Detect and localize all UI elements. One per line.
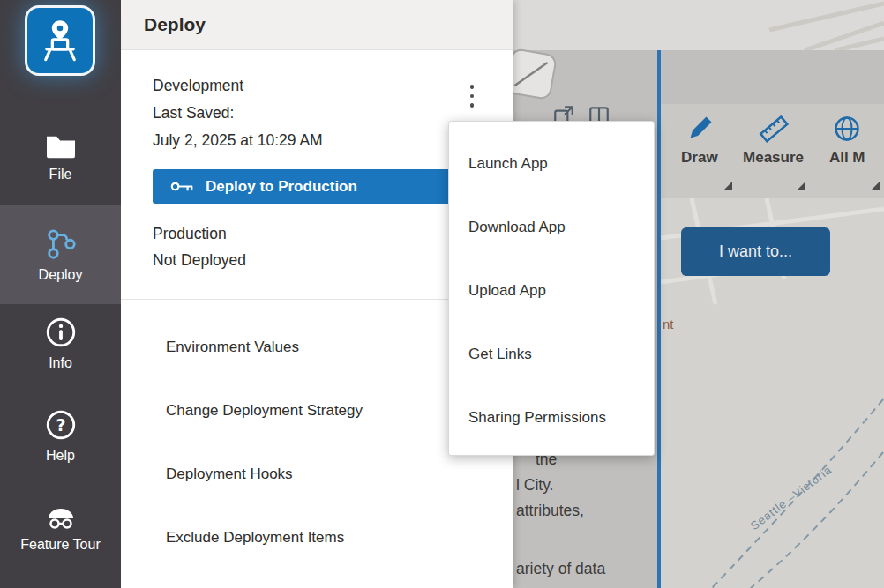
tool-dropdown-corner [872,182,880,190]
ruler-icon [758,113,790,145]
menu-item-sharing-permissions[interactable]: Sharing Permissions [449,386,654,450]
sidebar-item-help[interactable]: ? Help [0,408,121,464]
slash-icon [513,49,556,99]
production-name: Production [153,220,246,247]
folder-icon [44,132,78,160]
change-deployment-strategy-link[interactable]: Change Deployment Strategy [166,402,363,420]
development-options-menu: Launch App Download App Upload App Get L… [448,121,655,456]
app-sidebar: File Deploy Info ? Help [0,0,121,588]
tool-label: All M [829,149,865,167]
svg-text:?: ? [56,415,65,435]
tool-draw[interactable]: Draw [663,113,737,192]
sidebar-item-label: File [49,167,72,182]
deploy-button-label: Deploy to Production [206,178,357,196]
sidebar-item-label: Help [46,448,75,464]
sidebar-item-label: Feature Tour [20,537,100,553]
app-window: Draw Measure All M [0,0,884,588]
key-icon [170,180,195,193]
i-want-to-button[interactable]: I want to... [681,227,830,276]
map-roads-top [513,0,884,50]
tool-measure[interactable]: Measure [737,113,811,192]
development-options-kebab-button[interactable] [459,78,485,115]
text-fragment: ariety of data [516,560,605,578]
basemap-toggle-button[interactable] [513,48,558,100]
tool-all-maps[interactable]: All M [810,113,884,192]
page-title: Deploy [144,14,206,35]
text-fragment: attributes, [516,502,584,520]
deployment-hooks-link[interactable]: Deployment Hooks [166,465,363,483]
development-status-block: Development Last Saved: July 2, 2025 at … [153,72,323,154]
feature-tour-icon [43,504,79,531]
sidebar-item-label: Deploy [39,267,83,283]
tool-dropdown-corner [724,182,732,190]
preview-top-strip [513,0,884,50]
sidebar-item-feature-tour[interactable]: Feature Tour [0,504,121,553]
last-saved-value: July 2, 2025 at 10:29 AM [153,127,323,154]
tool-label: Measure [743,149,804,167]
production-status-block: Production Not Deployed [153,220,246,273]
deploy-to-production-button[interactable]: Deploy to Production [153,169,483,204]
text-fragment: l City. [516,476,553,495]
app-logo [25,5,95,76]
help-icon: ? [44,408,78,442]
exclude-deployment-items-link[interactable]: Exclude Deployment Items [166,529,363,547]
deploy-nodes-icon [44,227,78,261]
map-canvas[interactable]: I want to... nt Seattle –Victoria [661,198,884,588]
menu-item-download-app[interactable]: Download App [449,196,654,259]
production-status: Not Deployed [153,247,246,273]
tool-dropdown-corner [798,182,805,190]
globe-icon [831,113,863,145]
tool-label: Draw [681,149,718,167]
deploy-panel-header: Deploy [121,0,513,50]
map-street-label: nt [663,316,674,331]
menu-item-launch-app[interactable]: Launch App [449,132,654,196]
sidebar-item-deploy[interactable]: Deploy [0,205,121,304]
sidebar-item-info[interactable]: Info [0,316,121,371]
menu-item-upload-app[interactable]: Upload App [449,259,654,323]
map-toolbar: Draw Measure All M [661,104,884,198]
sidebar-item-label: Info [49,355,72,371]
pencil-icon [684,113,715,145]
info-icon [44,316,78,349]
environment-name: Development [153,72,323,100]
menu-item-get-links[interactable]: Get Links [449,323,654,386]
environment-values-link[interactable]: Environment Values [166,339,363,356]
sidebar-item-file[interactable]: File [0,132,121,182]
app-logo-icon [37,18,83,63]
deploy-options-list: Environment Values Change Deployment Str… [166,339,363,547]
last-saved-label: Last Saved: [153,100,323,127]
